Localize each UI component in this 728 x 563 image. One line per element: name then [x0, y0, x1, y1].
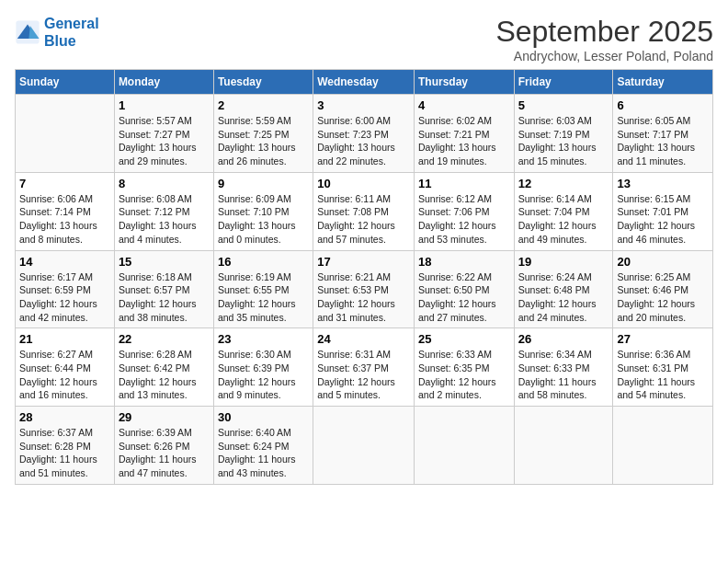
calendar-cell: 2Sunrise: 5:59 AM Sunset: 7:25 PM Daylig… — [213, 95, 313, 173]
day-number: 25 — [418, 332, 510, 346]
calendar-cell: 26Sunrise: 6:34 AM Sunset: 6:33 PM Dayli… — [514, 328, 613, 407]
day-number: 2 — [218, 98, 309, 112]
header-monday: Monday — [114, 70, 213, 95]
header-saturday: Saturday — [613, 70, 713, 95]
header: General Blue September 2025 Andrychow, L… — [15, 15, 713, 63]
calendar-cell: 5Sunrise: 6:03 AM Sunset: 7:19 PM Daylig… — [514, 95, 613, 173]
day-number: 17 — [317, 255, 410, 269]
logo-text-line1: General — [44, 15, 99, 32]
month-title: September 2025 — [495, 15, 713, 49]
calendar-cell: 7Sunrise: 6:06 AM Sunset: 7:14 PM Daylig… — [16, 172, 115, 250]
calendar-cell: 21Sunrise: 6:27 AM Sunset: 6:44 PM Dayli… — [16, 328, 115, 407]
header-friday: Friday — [514, 70, 613, 95]
calendar-cell — [16, 95, 115, 173]
day-number: 4 — [418, 98, 510, 112]
calendar-cell: 4Sunrise: 6:02 AM Sunset: 7:21 PM Daylig… — [414, 95, 514, 173]
calendar-cell: 10Sunrise: 6:11 AM Sunset: 7:08 PM Dayli… — [313, 172, 415, 250]
day-number: 26 — [518, 332, 609, 346]
day-number: 30 — [218, 410, 309, 424]
calendar-header-row: SundayMondayTuesdayWednesdayThursdayFrid… — [16, 70, 713, 95]
cell-info: Sunrise: 6:39 AM Sunset: 6:26 PM Dayligh… — [119, 426, 210, 480]
cell-info: Sunrise: 6:28 AM Sunset: 6:42 PM Dayligh… — [119, 348, 210, 402]
cell-info: Sunrise: 6:21 AM Sunset: 6:53 PM Dayligh… — [317, 270, 410, 325]
calendar-table: SundayMondayTuesdayWednesdayThursdayFrid… — [15, 69, 713, 485]
calendar-cell: 13Sunrise: 6:15 AM Sunset: 7:01 PM Dayli… — [613, 172, 713, 250]
calendar-cell: 27Sunrise: 6:36 AM Sunset: 6:31 PM Dayli… — [613, 328, 713, 407]
day-number: 22 — [119, 332, 210, 346]
cell-info: Sunrise: 6:11 AM Sunset: 7:08 PM Dayligh… — [317, 192, 410, 247]
cell-info: Sunrise: 6:27 AM Sunset: 6:44 PM Dayligh… — [19, 348, 110, 402]
cell-info: Sunrise: 6:37 AM Sunset: 6:28 PM Dayligh… — [19, 426, 110, 480]
day-number: 3 — [317, 98, 410, 112]
calendar-cell: 19Sunrise: 6:24 AM Sunset: 6:48 PM Dayli… — [514, 250, 613, 328]
day-number: 13 — [617, 177, 709, 190]
cell-info: Sunrise: 6:31 AM Sunset: 6:37 PM Dayligh… — [317, 348, 410, 402]
cell-info: Sunrise: 6:40 AM Sunset: 6:24 PM Dayligh… — [218, 426, 309, 480]
calendar-cell — [514, 407, 613, 485]
title-area: September 2025 Andrychow, Lesser Poland,… — [495, 15, 713, 63]
week-row-0: 1Sunrise: 5:57 AM Sunset: 7:27 PM Daylig… — [16, 95, 713, 173]
calendar-cell: 24Sunrise: 6:31 AM Sunset: 6:37 PM Dayli… — [313, 328, 415, 407]
day-number: 19 — [518, 255, 609, 269]
header-sunday: Sunday — [16, 70, 115, 95]
calendar-cell: 14Sunrise: 6:17 AM Sunset: 6:59 PM Dayli… — [16, 250, 115, 328]
logo: General Blue — [15, 15, 99, 50]
day-number: 15 — [119, 255, 210, 269]
logo-icon — [15, 19, 40, 45]
cell-info: Sunrise: 6:08 AM Sunset: 7:12 PM Dayligh… — [119, 192, 210, 247]
calendar-cell: 3Sunrise: 6:00 AM Sunset: 7:23 PM Daylig… — [313, 95, 415, 173]
cell-info: Sunrise: 6:12 AM Sunset: 7:06 PM Dayligh… — [418, 192, 510, 247]
day-number: 14 — [19, 255, 110, 269]
cell-info: Sunrise: 6:36 AM Sunset: 6:31 PM Dayligh… — [617, 348, 709, 402]
calendar-cell: 8Sunrise: 6:08 AM Sunset: 7:12 PM Daylig… — [114, 172, 213, 250]
day-number: 10 — [317, 177, 410, 190]
week-row-1: 7Sunrise: 6:06 AM Sunset: 7:14 PM Daylig… — [16, 172, 713, 250]
cell-info: Sunrise: 6:09 AM Sunset: 7:10 PM Dayligh… — [218, 192, 309, 247]
cell-info: Sunrise: 6:34 AM Sunset: 6:33 PM Dayligh… — [518, 348, 609, 402]
day-number: 1 — [119, 98, 210, 112]
cell-info: Sunrise: 6:17 AM Sunset: 6:59 PM Dayligh… — [19, 270, 110, 325]
day-number: 18 — [418, 255, 510, 269]
calendar-cell: 18Sunrise: 6:22 AM Sunset: 6:50 PM Dayli… — [414, 250, 514, 328]
calendar-cell: 15Sunrise: 6:18 AM Sunset: 6:57 PM Dayli… — [114, 250, 213, 328]
cell-info: Sunrise: 6:22 AM Sunset: 6:50 PM Dayligh… — [418, 270, 510, 325]
day-number: 16 — [218, 255, 309, 269]
calendar-cell: 1Sunrise: 5:57 AM Sunset: 7:27 PM Daylig… — [114, 95, 213, 173]
cell-info: Sunrise: 6:24 AM Sunset: 6:48 PM Dayligh… — [518, 270, 609, 325]
calendar-cell: 11Sunrise: 6:12 AM Sunset: 7:06 PM Dayli… — [414, 172, 514, 250]
cell-info: Sunrise: 6:19 AM Sunset: 6:55 PM Dayligh… — [218, 270, 309, 325]
header-thursday: Thursday — [414, 70, 514, 95]
header-wednesday: Wednesday — [313, 70, 415, 95]
day-number: 6 — [617, 98, 709, 112]
cell-info: Sunrise: 5:57 AM Sunset: 7:27 PM Dayligh… — [119, 114, 210, 168]
calendar-cell — [613, 407, 713, 485]
day-number: 20 — [617, 255, 709, 269]
day-number: 8 — [119, 177, 210, 190]
calendar-cell: 6Sunrise: 6:05 AM Sunset: 7:17 PM Daylig… — [613, 95, 713, 173]
calendar-cell: 20Sunrise: 6:25 AM Sunset: 6:46 PM Dayli… — [613, 250, 713, 328]
location-subtitle: Andrychow, Lesser Poland, Poland — [495, 49, 713, 63]
cell-info: Sunrise: 6:03 AM Sunset: 7:19 PM Dayligh… — [518, 114, 609, 168]
cell-info: Sunrise: 6:06 AM Sunset: 7:14 PM Dayligh… — [19, 192, 110, 247]
cell-info: Sunrise: 6:30 AM Sunset: 6:39 PM Dayligh… — [218, 348, 309, 402]
day-number: 28 — [19, 410, 110, 424]
header-tuesday: Tuesday — [213, 70, 313, 95]
calendar-cell: 12Sunrise: 6:14 AM Sunset: 7:04 PM Dayli… — [514, 172, 613, 250]
day-number: 21 — [19, 332, 110, 346]
cell-info: Sunrise: 6:18 AM Sunset: 6:57 PM Dayligh… — [119, 270, 210, 325]
logo-text-line2: Blue — [44, 32, 99, 50]
week-row-3: 21Sunrise: 6:27 AM Sunset: 6:44 PM Dayli… — [16, 328, 713, 407]
day-number: 11 — [418, 177, 510, 190]
calendar-cell — [414, 407, 514, 485]
day-number: 24 — [317, 332, 410, 346]
calendar-cell: 23Sunrise: 6:30 AM Sunset: 6:39 PM Dayli… — [213, 328, 313, 407]
day-number: 27 — [617, 332, 709, 346]
cell-info: Sunrise: 6:25 AM Sunset: 6:46 PM Dayligh… — [617, 270, 709, 325]
cell-info: Sunrise: 6:15 AM Sunset: 7:01 PM Dayligh… — [617, 192, 709, 247]
day-number: 9 — [218, 177, 309, 190]
cell-info: Sunrise: 6:00 AM Sunset: 7:23 PM Dayligh… — [317, 114, 410, 168]
calendar-cell: 28Sunrise: 6:37 AM Sunset: 6:28 PM Dayli… — [16, 407, 115, 485]
week-row-2: 14Sunrise: 6:17 AM Sunset: 6:59 PM Dayli… — [16, 250, 713, 328]
calendar-cell: 22Sunrise: 6:28 AM Sunset: 6:42 PM Dayli… — [114, 328, 213, 407]
calendar-cell: 17Sunrise: 6:21 AM Sunset: 6:53 PM Dayli… — [313, 250, 415, 328]
